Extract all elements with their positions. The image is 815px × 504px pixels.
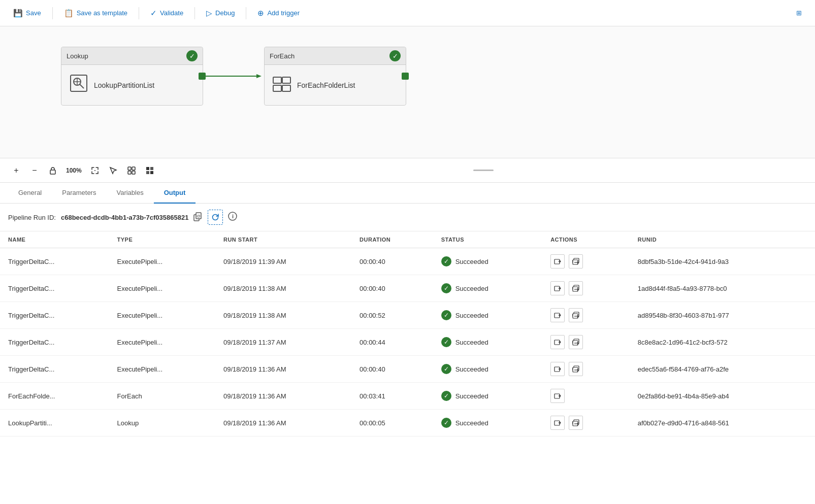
save-template-button[interactable]: 📋 Save as template [59,6,133,21]
action-output-btn-6[interactable] [569,416,583,430]
status-text: Succeeded [455,285,488,292]
toolbar-sep-3 [194,7,195,19]
svg-rect-14 [132,167,135,170]
tab-parameters[interactable]: Parameters [52,183,106,204]
cell-run-start: 09/18/2019 11:36 AM [215,383,351,410]
cell-run-start: 09/18/2019 11:36 AM [215,356,351,383]
action-input-btn-6[interactable] [550,416,565,430]
tabs-bar: General Parameters Variables Output [0,183,815,204]
save-icon: 💾 [13,9,23,18]
lookup-node-body: LookupPartitionList [61,65,203,105]
zoom-fit-button[interactable] [87,162,103,179]
cell-duration: 00:00:40 [351,275,433,302]
save-button[interactable]: 💾 Save [8,6,46,21]
cell-run-start: 09/18/2019 11:39 AM [215,248,351,275]
table-row: TriggerDeltaC... ExecutePipeli... 09/18/… [0,329,815,356]
status-success-icon: ✓ [441,364,451,374]
toolbar-sep-4 [246,7,246,19]
add-trigger-label: Add trigger [267,9,300,17]
tab-variables[interactable]: Variables [106,183,153,204]
save-label: Save [26,9,41,17]
action-output-btn-2[interactable] [569,308,583,322]
cell-actions [542,410,630,436]
cell-type: ExecutePipeli... [109,302,215,329]
info-icon[interactable]: i [228,212,237,223]
svg-text:@: @ [197,214,201,218]
tab-general[interactable]: General [8,183,52,204]
more-icon: ⊞ [796,9,802,17]
lookup-node-icon [70,74,88,96]
action-input-btn-4[interactable] [550,362,565,376]
cell-duration: 00:00:52 [351,302,433,329]
action-output-btn-0[interactable] [569,254,583,268]
cell-type: ExecutePipeli... [109,356,215,383]
action-output-btn-3[interactable] [569,335,583,349]
cell-runid: 8c8e8ac2-1d96-41c2-bcf3-572 [630,329,815,356]
svg-rect-13 [128,167,131,170]
foreach-node-label: ForEachFolderList [297,81,355,89]
action-input-btn-2[interactable] [550,308,565,322]
foreach-node-body: ForEachFolderList [265,65,406,105]
refresh-button[interactable] [208,210,223,225]
zoom-add-button[interactable]: + [8,162,24,179]
status-text: Succeeded [455,365,488,373]
status-success-icon: ✓ [441,337,451,347]
foreach-success-badge: ✓ [389,50,401,61]
zoom-100-button[interactable]: 100% [63,162,85,179]
action-input-btn-3[interactable] [550,335,565,349]
output-table: NAME TYPE RUN START DURATION STATUS ACTI… [0,231,815,436]
cell-status: ✓ Succeeded [433,329,542,356]
action-output-btn-1[interactable] [569,281,583,295]
zoom-minus-button[interactable]: − [26,162,43,179]
more-button[interactable]: ⊞ [791,6,807,20]
table-row: TriggerDeltaC... ExecutePipeli... 09/18/… [0,275,815,302]
status-success-icon: ✓ [441,283,451,293]
save-template-label: Save as template [77,9,127,17]
cell-actions [542,383,630,410]
toolbar-sep-1 [52,7,53,19]
svg-rect-10 [282,85,290,91]
divider-handle [473,170,494,171]
validate-button[interactable]: ✓ Validate [145,6,188,21]
zoom-lock-button[interactable] [45,162,61,179]
col-name: NAME [0,231,109,248]
action-input-btn-5[interactable] [550,389,565,403]
cell-type: Lookup [109,410,215,436]
copy-id-icon[interactable]: @ [193,212,203,223]
lookup-success-badge: ✓ [186,50,198,61]
cell-type: ExecutePipeli... [109,248,215,275]
debug-button[interactable]: ▷ Debug [201,6,240,21]
main-toolbar: 💾 Save 📋 Save as template ✓ Validate ▷ D… [0,0,815,26]
table-row: ForEachFolde... ForEach 09/18/2019 11:36… [0,383,815,410]
svg-rect-19 [146,171,149,174]
select-button[interactable] [105,162,121,179]
lookup-node-title: Lookup [67,52,88,60]
add-trigger-button[interactable]: ⊕ Add trigger [252,6,305,21]
foreach-node[interactable]: ForEach ✓ ForEachFolderList [264,47,406,106]
svg-text:i: i [232,213,234,219]
tab-output[interactable]: Output [154,183,196,204]
action-input-btn-0[interactable] [550,254,565,268]
cell-actions [542,248,630,275]
status-text: Succeeded [455,339,488,346]
foreach-node-title: ForEach [270,52,295,60]
cell-actions [542,356,630,383]
status-text: Succeeded [455,312,488,319]
cell-status: ✓ Succeeded [433,302,542,329]
cell-name: ForEachFolde... [0,383,109,410]
cell-status: ✓ Succeeded [433,248,542,275]
lookup-node[interactable]: Lookup ✓ LookupPartitionList [61,47,203,106]
cell-type: ForEach [109,383,215,410]
run-id-value: c68beced-dcdb-4bb1-a73b-7cf035865821 [61,214,188,221]
pipeline-canvas[interactable]: Lookup ✓ LookupPartitionList [0,26,815,158]
pipeline-nodes: Lookup ✓ LookupPartitionList [61,47,406,106]
cell-type: ExecutePipeli... [109,329,215,356]
status-text: Succeeded [455,258,488,265]
bottom-panel: General Parameters Variables Output Pipe… [0,183,815,504]
theme-button[interactable] [142,162,158,179]
col-status: STATUS [433,231,542,248]
action-input-btn-1[interactable] [550,281,565,295]
auto-layout-button[interactable] [123,162,140,179]
svg-rect-8 [282,77,290,83]
action-output-btn-4[interactable] [569,362,583,376]
